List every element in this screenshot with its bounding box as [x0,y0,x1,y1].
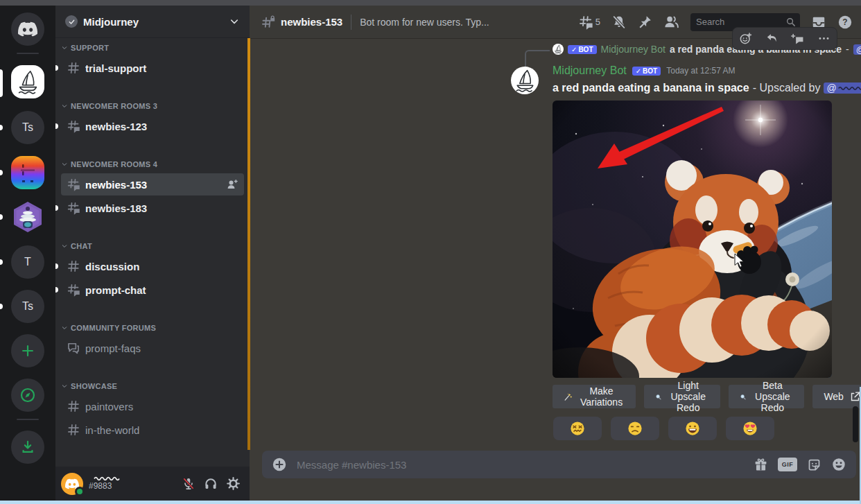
sailboat-icon [553,44,563,54]
message-hover-toolbar [732,27,837,50]
pinned-messages-button[interactable] [638,15,652,29]
badge-check: ✓ [636,67,641,75]
invite-people-icon[interactable] [226,178,238,191]
section-header[interactable]: NEWCOMER ROOMS 4 [61,157,244,172]
message-timestamp: Today at 12:57 AM [666,66,735,76]
user-avatar[interactable] [61,473,83,495]
channel-name: paintovers [85,401,238,412]
message-avatar[interactable] [511,67,539,94]
redacted-name-squiggle [837,85,861,92]
section-newcomer-rooms-4: NEWCOMER ROOMS 4 newbies-153 newbies-183 [61,157,244,219]
channel-topic[interactable]: Bot room for new users. Typ... [360,17,489,28]
channel-discussion[interactable]: discussion [61,255,244,277]
tiered-cake-icon [11,200,44,234]
server-icon-midjourney[interactable] [11,65,44,98]
reactions-row [553,417,774,440]
unread-indicator [55,263,58,269]
server-icon-ts-1[interactable]: Ts [11,111,44,144]
channel-paintovers[interactable]: paintovers [61,395,244,417]
section-header[interactable]: CHAT [61,238,244,254]
search-input[interactable] [696,17,785,27]
message-body: a red panda eating a banana in space - U… [553,82,861,94]
more-actions-button[interactable] [817,32,830,45]
gif-picker-button[interactable]: GIF [778,458,797,471]
gift-button[interactable] [754,458,768,472]
member-list-button[interactable] [663,14,679,30]
message-input[interactable] [297,459,754,471]
create-thread-button[interactable] [791,32,804,45]
section-header[interactable]: COMMUNITY FORUMS [61,320,244,336]
reply-separator: - [846,44,849,55]
section-header[interactable]: NEWCOMER ROOMS 3 [61,98,244,114]
attach-file-button[interactable] [272,457,287,472]
message-author[interactable]: Midjourney Bot [553,64,627,77]
help-button[interactable]: ? [837,15,853,30]
explore-servers-button[interactable] [11,379,44,412]
reaction-unamused[interactable] [611,417,659,440]
reaction-confounded[interactable] [553,417,602,440]
channel-newbies-183[interactable]: newbies-183 [61,197,244,219]
threads-button[interactable]: 5 [578,15,600,30]
reply-author[interactable]: Midjourney Bot [601,44,666,55]
hash-thread-icon [67,177,80,191]
channel-prompt-chat[interactable]: prompt-chat [61,279,244,301]
badge-text: BOT [578,46,593,53]
generated-image[interactable] [553,101,832,378]
chevron-down-icon [61,324,68,331]
server-icon-hexagon[interactable] [11,200,44,234]
user-info[interactable]: #9883 [89,476,177,491]
home-button[interactable] [11,12,44,46]
unread-server-dot [0,214,3,220]
channel-prompt-faqs[interactable]: prompt-faqs [61,337,244,359]
user-mention[interactable]: @ [824,82,861,94]
channel-newbies-153[interactable]: newbies-153 [61,173,244,195]
sticker-picker-button[interactable] [807,458,821,472]
reply-avatar[interactable] [553,44,564,55]
badge-check: ✓ [571,46,577,53]
button-label: Web [824,391,844,402]
add-reaction-button[interactable] [739,32,752,45]
mute-mic-button[interactable] [177,473,200,495]
channel-in-the-world[interactable]: in-the-world [61,419,244,441]
section-label: NEWCOMER ROOMS 3 [71,102,157,110]
web-button[interactable]: Web [812,385,861,408]
message-header: Midjourney Bot ✓BOT Today at 12:57 AM [553,64,736,77]
reply-button[interactable] [765,32,779,45]
reaction-heart-eyes[interactable] [726,417,774,440]
server-icon-t[interactable]: T [11,245,44,279]
section-header[interactable]: SHOWCASE [61,379,244,394]
reaction-grinning[interactable] [668,417,717,440]
server-header[interactable]: Midjourney [55,6,250,38]
section-label: CHAT [71,242,92,250]
user-settings-button[interactable] [222,473,244,495]
hash-icon [67,61,80,75]
threads-count: 5 [595,17,600,27]
create-thread-icon [791,32,804,45]
download-apps-button[interactable] [11,431,44,464]
add-server-button[interactable] [11,334,44,367]
unread-server-dot [0,125,3,130]
hash-thread-icon [67,201,80,215]
threads-icon [578,15,593,30]
plus-icon [20,343,35,358]
section-header[interactable]: SUPPORT [61,40,244,55]
chat-scrollbar-thumb[interactable] [853,406,858,442]
reply-icon [765,32,779,45]
make-variations-button[interactable]: Make Variations [553,385,636,408]
channel-name: newbies-123 [85,121,238,132]
beta-upscale-redo-button[interactable]: Beta Upscale Redo [729,385,805,408]
user-mention[interactable]: @ [853,44,861,55]
input-actions: GIF [754,457,846,472]
light-upscale-redo-button[interactable]: Light Upscale Redo [644,385,720,408]
channel-trial-support[interactable]: trial-support [61,57,244,79]
channel-newbies-123[interactable]: newbies-123 [61,115,244,137]
emoji-picker-button[interactable] [831,457,846,472]
server-icon-ts-2[interactable]: Ts [11,290,44,323]
magnifier-icon [740,390,746,403]
notification-settings-button[interactable] [611,15,627,30]
ellipsis-icon [817,32,830,45]
server-icon-fridge[interactable] [11,156,44,189]
section-showcase: SHOWCASE paintovers in-the-world [61,379,244,441]
server-initials: T [24,256,31,268]
deafen-button[interactable] [200,473,222,495]
